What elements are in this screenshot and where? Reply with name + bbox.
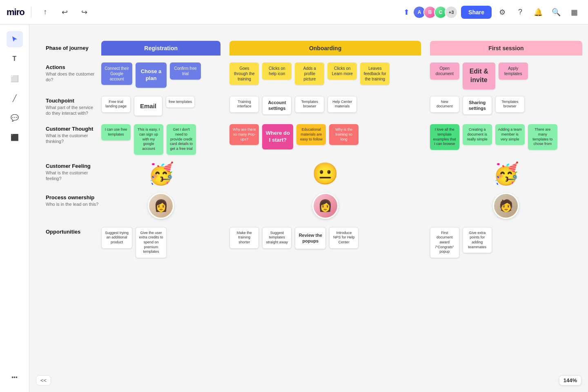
feeling-emoji-registration: 🥳 (148, 162, 174, 185)
owner-avatar-first-session: 🧑 (493, 193, 519, 219)
phase-onboarding: Onboarding (229, 41, 421, 56)
opportunities-row: Opportunities Suggest trying an addition… (46, 224, 585, 261)
opportunity-card[interactable]: Review the popups (295, 227, 326, 249)
canvas-inner: Phase of journey Registration Onboarding… (29, 24, 588, 274)
comment-tool[interactable]: 💬 (7, 109, 23, 126)
opportunity-card[interactable]: Give the user extra credits to spend on … (136, 227, 167, 258)
feeling-emoji-first-session: 🥳 (493, 162, 519, 185)
touchpoint-card[interactable]: Training interface (229, 96, 259, 113)
process-ownership-row: Process ownership Who is in the lead on … (46, 189, 585, 224)
thought-card[interactable]: Why is the training so long (329, 124, 359, 145)
customer-thought-subtitle: What is the customer thinking? (46, 133, 99, 145)
avatar-count: +3 (445, 6, 458, 19)
owner-avatar-onboarding: 👩 (312, 193, 339, 219)
actions-title: Actions (46, 64, 99, 70)
frame-tool[interactable]: ⬛ (7, 129, 23, 145)
topbar-right: ⬆ A B C +3 Share ⚙ ? 🔔 🔍 ▦ (403, 5, 581, 20)
touchpoint-card[interactable]: Free trial landing page (101, 96, 131, 113)
action-card[interactable]: Adds a profile picture (295, 62, 324, 85)
touchpoint-card[interactable]: Email (134, 96, 163, 116)
help-button[interactable]: ? (513, 5, 528, 20)
touchpoint-subtitle: What part of the service do they interac… (46, 105, 99, 116)
touchpoint-card[interactable]: Templates browser (295, 96, 324, 113)
touchpoint-row: Touchpoint What part of the service do t… (46, 93, 585, 121)
phase-first-session: First session (430, 41, 582, 56)
action-card[interactable]: Edit & invite (463, 62, 495, 89)
thought-card[interactable]: Get I don't need to provide credit card … (167, 124, 196, 154)
action-card[interactable]: Open document (430, 62, 459, 80)
cursor-icon: ⬆ (403, 8, 410, 17)
topbar: miro ↑ ↩ ↪ ⬆ A B C +3 Share ⚙ ? 🔔 🔍 ▦ (0, 0, 588, 24)
process-ownership-subtitle: Who is in the lead on this? (46, 201, 99, 207)
undo-button[interactable]: ↩ (58, 5, 72, 20)
opportunity-card[interactable]: Introduce NPS for Help Center (329, 227, 359, 249)
touchpoint-title: Touchpoint (46, 98, 99, 104)
action-card[interactable]: Apply templates (499, 62, 528, 80)
touchpoint-card[interactable]: free templates (166, 96, 195, 108)
feeling-emoji-onboarding: 😐 (312, 162, 339, 185)
action-card[interactable]: Leaves feedback for the training (360, 62, 390, 85)
avatar-group: A B C +3 (413, 6, 458, 19)
miro-logo: miro (7, 7, 24, 18)
customer-feeling-subtitle: What is the customer feeling? (46, 170, 99, 182)
thought-card[interactable]: This is easy, I can sign up with my goog… (134, 124, 163, 154)
zoom-indicator: 144% (559, 375, 581, 385)
apps-button[interactable]: ▦ (567, 5, 581, 20)
text-tool[interactable]: T (7, 51, 23, 67)
thought-card[interactable]: Where do I start? (262, 124, 293, 149)
actions-row: Actions What does the customer do? Conne… (46, 59, 585, 93)
thought-card[interactable]: Adding a team member is very simple (495, 124, 525, 145)
action-card[interactable]: Connect their Google account (101, 62, 132, 85)
canvas[interactable]: Phase of journey Registration Onboarding… (29, 24, 588, 392)
phase-of-journey-label: Phase of journey (46, 41, 99, 55)
cursor-tool[interactable] (7, 31, 23, 47)
touchpoint-card[interactable]: New document (430, 96, 459, 113)
thought-card[interactable]: Educational materials are easy to follow (296, 124, 326, 145)
touchpoint-card[interactable]: Sharing settings (463, 96, 492, 115)
opportunity-card[interactable]: First document award /"Congrats" popup (430, 227, 459, 258)
action-card[interactable]: Confirm free trial (170, 62, 201, 80)
collapse-button[interactable]: << (36, 375, 51, 385)
gap-1 (223, 37, 227, 59)
action-card[interactable]: Chose a plan (136, 62, 167, 88)
customize-button[interactable]: ⚙ (495, 5, 510, 20)
owner-avatar-registration: 👩 (148, 193, 174, 219)
opportunity-card[interactable]: Make the training shorter (229, 227, 259, 249)
opportunities-title: Opportunities (46, 229, 99, 235)
customer-thought-title: Customer Thought (46, 126, 99, 132)
touchpoint-card[interactable]: Account settings (262, 96, 292, 115)
action-card[interactable]: Goes through the training (229, 62, 259, 85)
touchpoint-card[interactable]: Templates browser (495, 96, 525, 113)
journey-map-table: Phase of journey Registration Onboarding… (46, 37, 585, 261)
thought-card[interactable]: Creating a document is really simple (463, 124, 492, 145)
thought-card[interactable]: There are many templates to chose from (528, 124, 557, 150)
opportunity-card[interactable]: Suggest templates straight away (262, 227, 292, 249)
topbar-divider (31, 7, 31, 18)
phase-header-row: Phase of journey Registration Onboarding… (46, 37, 585, 59)
touchpoint-card[interactable]: Help Center materials (327, 96, 357, 113)
action-card[interactable]: Clicks on Learn more (327, 62, 357, 80)
sidebar: T ⬜ ╱ 💬 ⬛ ••• (0, 24, 29, 392)
line-tool[interactable]: ╱ (7, 90, 23, 106)
opportunity-card[interactable]: Give extra points for adding teammates (463, 227, 492, 254)
thought-card[interactable]: I love all the template examples that I … (430, 124, 459, 150)
actions-subtitle: What does the customer do? (46, 71, 99, 83)
search-button[interactable]: 🔍 (549, 5, 564, 20)
notifications-button[interactable]: 🔔 (531, 5, 546, 20)
process-ownership-title: Process ownership (46, 194, 99, 200)
redo-button[interactable]: ↪ (77, 5, 92, 20)
thought-card[interactable]: I can use free templates (101, 124, 131, 140)
gap-2 (423, 37, 428, 59)
share-button[interactable]: Share (461, 6, 492, 19)
customer-feeling-row: Customer Feeling What is the customer fe… (46, 158, 585, 189)
sticky-note-tool[interactable]: ⬜ (7, 70, 23, 87)
phase-registration: Registration (101, 41, 220, 56)
action-card[interactable]: Clicks on help icon (262, 62, 292, 80)
customer-feeling-title: Customer Feeling (46, 163, 99, 169)
customer-thought-row: Customer Thought What is the customer th… (46, 121, 585, 158)
more-tools[interactable]: ••• (7, 369, 23, 385)
export-button[interactable]: ↑ (38, 5, 53, 20)
thought-card[interactable]: Why are there so many Pop-ups? (229, 124, 259, 145)
opportunity-card[interactable]: Suggest trying an additional product (101, 227, 132, 249)
